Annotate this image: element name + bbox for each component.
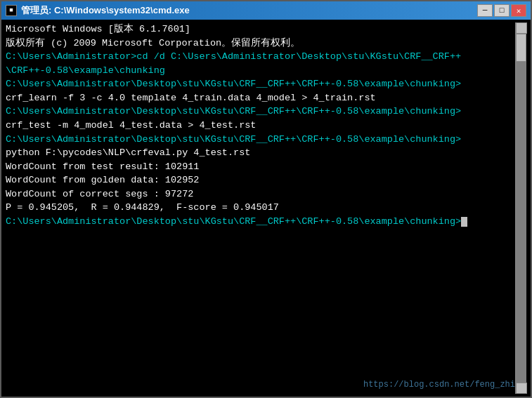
- cmd-window: ■ 管理员: C:\Windows\system32\cmd.exe ─ □ ✕…: [0, 0, 532, 398]
- scrollbar-thumb[interactable]: [516, 34, 526, 62]
- window-title: 管理员: C:\Windows\system32\cmd.exe: [21, 4, 190, 17]
- scrollbar[interactable]: ▲ ▼: [515, 22, 526, 394]
- console-content: Microsoft Windows [版本 6.1.7601]版权所有 (c) …: [6, 22, 515, 394]
- scroll-up-button[interactable]: ▲: [516, 22, 527, 34]
- maximize-button[interactable]: □: [494, 4, 510, 17]
- scrollbar-track[interactable]: [516, 34, 526, 383]
- cmd-icon: ■: [6, 5, 17, 16]
- watermark: https://blog.csdn.net/feng_zhi: [363, 379, 515, 391]
- close-button[interactable]: ✕: [511, 4, 526, 17]
- title-bar-left: ■ 管理员: C:\Windows\system32\cmd.exe: [6, 4, 190, 17]
- console-area: Microsoft Windows [版本 6.1.7601]版权所有 (c) …: [1, 20, 531, 397]
- minimize-button[interactable]: ─: [477, 4, 493, 17]
- scroll-down-button[interactable]: ▼: [516, 383, 527, 394]
- window-controls: ─ □ ✕: [477, 4, 526, 17]
- title-bar: ■ 管理员: C:\Windows\system32\cmd.exe ─ □ ✕: [1, 1, 531, 20]
